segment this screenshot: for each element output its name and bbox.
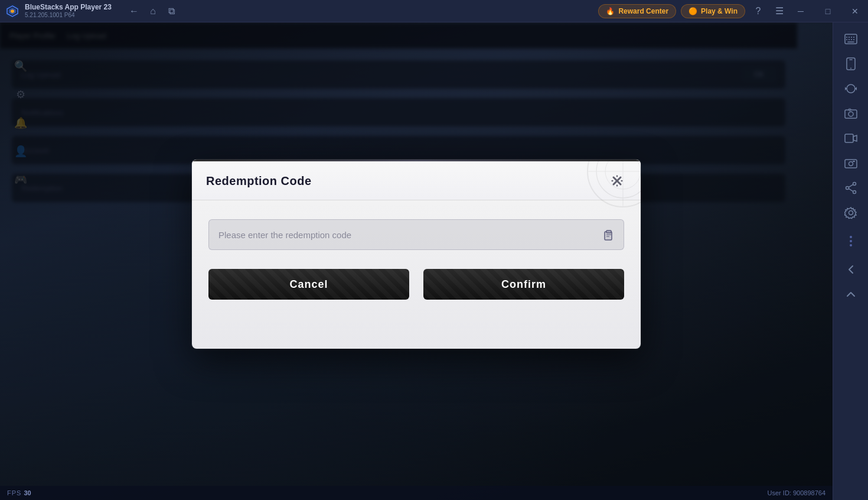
help-button[interactable]: ? bbox=[750, 3, 766, 20]
redemption-code-input[interactable] bbox=[208, 219, 624, 250]
camera2-icon-svg bbox=[844, 158, 857, 168]
svg-point-42 bbox=[853, 183, 856, 186]
fps-label: FPS bbox=[7, 489, 21, 496]
keyboard-icon-svg bbox=[844, 34, 857, 44]
svg-marker-14 bbox=[621, 180, 623, 182]
cancel-button[interactable]: Cancel bbox=[208, 269, 409, 300]
sidebar-phone-icon[interactable] bbox=[838, 52, 864, 76]
sidebar-share-icon[interactable] bbox=[838, 176, 864, 200]
sidebar-rotate-icon[interactable] bbox=[838, 77, 864, 100]
titlebar: BlueStacks App Player 23 5.21.205.1001 P… bbox=[0, 0, 868, 22]
svg-marker-38 bbox=[853, 135, 857, 141]
back-arrow-icon bbox=[846, 264, 856, 275]
video-icon-svg bbox=[844, 134, 857, 143]
svg-rect-37 bbox=[845, 134, 853, 142]
close-x-icon bbox=[611, 174, 624, 187]
sidebar-screenshot-icon[interactable] bbox=[838, 102, 864, 125]
svg-point-43 bbox=[846, 187, 849, 190]
modal-close-button[interactable] bbox=[608, 171, 626, 190]
up-arrow-icon bbox=[846, 289, 856, 300]
confirm-label: Confirm bbox=[501, 278, 546, 290]
back-button[interactable]: ← bbox=[126, 3, 142, 20]
modal-title: Redemption Code bbox=[206, 174, 312, 188]
right-sidebar bbox=[833, 22, 868, 500]
code-input-wrapper bbox=[208, 219, 624, 250]
duplicate-button[interactable]: ⧉ bbox=[164, 3, 180, 20]
maximize-button[interactable]: □ bbox=[815, 0, 841, 22]
reward-icon: 🔥 bbox=[606, 7, 615, 15]
paste-icon-button[interactable] bbox=[602, 228, 616, 242]
sidebar-keyboard-icon[interactable] bbox=[838, 27, 864, 51]
reward-center-label: Reward Center bbox=[618, 7, 668, 15]
svg-line-45 bbox=[849, 184, 853, 187]
sidebar-back-btn[interactable] bbox=[838, 258, 864, 281]
play-win-icon: 🟠 bbox=[688, 7, 697, 15]
settings-icon-svg bbox=[844, 206, 857, 219]
svg-marker-11 bbox=[616, 175, 618, 177]
titlebar-left: BlueStacks App Player 23 5.21.205.1001 P… bbox=[0, 3, 598, 20]
svg-point-44 bbox=[853, 191, 856, 194]
home-button[interactable]: ⌂ bbox=[145, 3, 161, 20]
play-win-button[interactable]: 🟠 Play & Win bbox=[681, 4, 745, 18]
titlebar-center: 🔥 Reward Center 🟠 Play & Win ? ☰ bbox=[598, 3, 788, 20]
share-icon-svg bbox=[845, 181, 857, 194]
svg-marker-12 bbox=[616, 184, 618, 187]
menu-button[interactable]: ☰ bbox=[771, 3, 788, 20]
phone-icon-svg bbox=[846, 57, 856, 70]
close-button[interactable]: ✕ bbox=[842, 0, 868, 22]
modal-buttons: Cancel Confirm bbox=[208, 269, 624, 300]
rotate-icon-svg bbox=[844, 82, 857, 95]
reward-center-button[interactable]: 🔥 Reward Center bbox=[598, 4, 676, 18]
app-name: BlueStacks App Player 23 bbox=[25, 3, 112, 11]
fps-value: 30 bbox=[24, 489, 31, 496]
svg-point-31 bbox=[850, 68, 851, 69]
bottom-bar: FPS 30 User ID: 900898764 bbox=[0, 486, 833, 500]
window-controls: ─ □ ✕ bbox=[788, 0, 868, 22]
svg-line-46 bbox=[849, 189, 853, 191]
svg-point-40 bbox=[849, 162, 853, 166]
play-win-label: Play & Win bbox=[701, 7, 738, 15]
svg-rect-39 bbox=[845, 160, 857, 168]
redemption-modal: Redemption Code bbox=[192, 160, 641, 349]
nav-buttons: ← ⌂ ⧉ bbox=[126, 3, 180, 20]
app-title-group: BlueStacks App Player 23 5.21.205.1001 P… bbox=[25, 3, 112, 18]
sidebar-up-btn[interactable] bbox=[838, 283, 864, 306]
svg-rect-34 bbox=[845, 110, 857, 118]
sidebar-settings-icon[interactable] bbox=[838, 201, 864, 225]
minimize-button[interactable]: ─ bbox=[788, 0, 814, 22]
app-version: 5.21.205.1001 P64 bbox=[25, 12, 112, 19]
confirm-button[interactable]: Confirm bbox=[423, 269, 624, 300]
user-id: User ID: 900898764 bbox=[768, 489, 825, 496]
svg-rect-16 bbox=[606, 230, 611, 233]
svg-point-47 bbox=[849, 211, 853, 215]
svg-marker-13 bbox=[611, 180, 614, 182]
modal-overlay: Redemption Code bbox=[0, 22, 833, 486]
sidebar-video-icon[interactable] bbox=[838, 126, 864, 150]
cancel-label: Cancel bbox=[289, 278, 328, 290]
sidebar-camera2-icon[interactable] bbox=[838, 151, 864, 175]
camera-icon-svg bbox=[844, 108, 857, 119]
clipboard-icon bbox=[603, 229, 615, 241]
sidebar-more-options[interactable] bbox=[838, 229, 864, 253]
svg-point-35 bbox=[849, 112, 853, 116]
bluestacks-logo bbox=[5, 4, 20, 19]
